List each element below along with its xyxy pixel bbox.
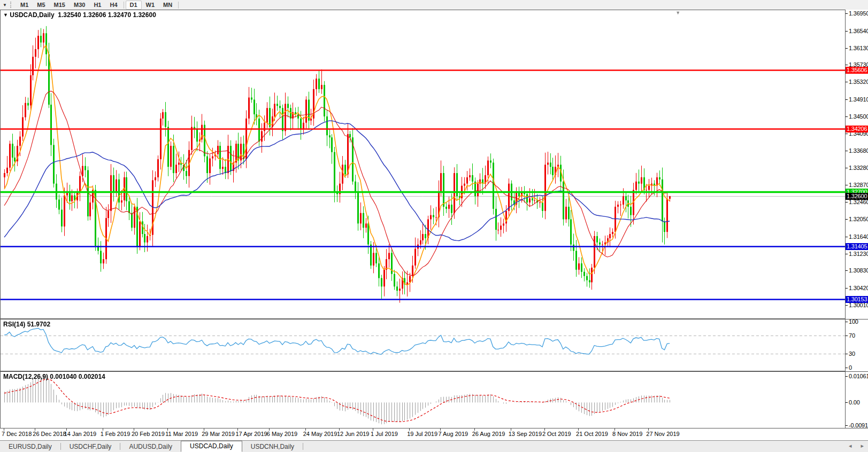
time-tick-label: 2 Oct 2019 — [542, 431, 571, 437]
chart-shift-marker-icon[interactable]: ▼ — [675, 10, 680, 15]
axis-tick-text: 1.33280 — [849, 165, 868, 172]
macd-tick: 0.00 — [846, 399, 868, 406]
axis-tick-mark — [846, 368, 848, 368]
axis-tick-mark — [846, 288, 848, 289]
price-tick: 1.32870 — [846, 182, 868, 189]
axis-tick-mark — [846, 305, 848, 306]
rsi-canvas[interactable] — [1, 319, 845, 371]
time-tick-label: 27 Nov 2019 — [646, 431, 679, 437]
axis-tick-text: 1.30010 — [849, 302, 868, 309]
timeframe-button-mn[interactable]: MN — [159, 1, 176, 10]
axis-tick-mark — [846, 116, 848, 117]
axis-tick-mark — [846, 270, 848, 271]
rsi-tick: 0 — [846, 364, 868, 371]
price-axis[interactable]: 1.369501.365401.361301.357301.353201.349… — [846, 10, 868, 428]
timeframe-button-m1[interactable]: M1 — [16, 1, 33, 10]
chart-tab-audusd[interactable]: AUDUSD,Daily — [120, 441, 181, 452]
axis-tick-mark — [846, 322, 848, 322]
macd-canvas[interactable] — [1, 372, 845, 428]
timeframe-toolbar: ▼ M1M5M15M30H1H4D1W1MN — [0, 0, 868, 10]
axis-tick-text: 0 — [849, 364, 852, 371]
tab-scroll-right-icon[interactable]: ▸ — [861, 442, 864, 449]
axis-tick-mark — [846, 425, 848, 426]
price-chart-pane[interactable]: ▼ USDCAD,Daily 1.32540 1.32606 1.32470 1… — [0, 10, 846, 319]
tab-scroll-left-icon[interactable]: ◂ — [849, 442, 852, 449]
axis-tick-mark — [846, 202, 848, 202]
rsi-tick: 70 — [846, 332, 868, 339]
axis-tick-text: 1.36950 — [849, 10, 868, 17]
chart-title: ▼ USDCAD,Daily 1.32540 1.32606 1.32470 1… — [3, 11, 156, 19]
time-tick-label: 7 Dec 2018 — [2, 431, 32, 437]
timeframe-button-m30[interactable]: M30 — [70, 1, 89, 10]
macd-indicator-pane[interactable]: MACD(12,26,9) 0.001040 0.002014 — [0, 371, 846, 428]
axis-tick-mark — [846, 82, 848, 82]
time-tick-label: 20 Feb 2019 — [132, 431, 165, 437]
axis-tick-text: 30 — [849, 350, 855, 357]
axis-tick-text: 1.34910 — [849, 96, 868, 103]
axis-tick-mark — [846, 65, 848, 65]
chart-title-ohlc: 1.32540 1.32606 1.32470 1.32600 — [58, 11, 156, 19]
axis-tick-text: 0.00 — [849, 399, 860, 406]
axis-pane-divider — [846, 371, 868, 372]
axis-tick-text: 1.32050 — [849, 216, 868, 223]
price-tick: 1.34500 — [846, 113, 868, 120]
time-tick-label: 1 Jul 2019 — [371, 431, 398, 437]
price-tick: 1.35320 — [846, 79, 868, 85]
time-tick-label: 12 Jun 2019 — [337, 431, 370, 437]
time-axis[interactable]: 7 Dec 201826 Dec 201814 Jan 20191 Feb 20… — [0, 428, 868, 440]
macd-tick: 0.010615 — [846, 373, 868, 380]
candlestick-canvas[interactable] — [1, 10, 845, 318]
axis-tick-mark — [846, 134, 848, 134]
axis-tick-text: 1.35320 — [849, 79, 868, 85]
price-badge: 1.31405 — [846, 243, 868, 250]
time-tick-label: 6 May 2019 — [267, 431, 297, 437]
toolbar-separator — [178, 2, 179, 9]
time-tick-label: 26 Dec 2018 — [33, 431, 66, 437]
price-tick: 1.31640 — [846, 233, 868, 240]
timeframe-button-w1[interactable]: W1 — [142, 1, 159, 10]
axis-tick-mark — [846, 354, 848, 354]
time-tick-label: 24 May 2019 — [303, 431, 337, 437]
chart-tab-usdcnh[interactable]: USDCNH,Daily — [242, 441, 303, 452]
chart-dropdown-icon[interactable]: ▼ — [0, 1, 10, 9]
timeframe-button-m5[interactable]: M5 — [33, 1, 49, 10]
axis-tick-text: 1.34500 — [849, 113, 868, 120]
axis-tick-text: 1.31640 — [849, 233, 868, 240]
axis-tick-text: 1.36130 — [849, 45, 868, 52]
axis-tick-mark — [846, 168, 848, 168]
price-tick: 1.33680 — [846, 147, 868, 154]
timeframe-button-h4[interactable]: H4 — [105, 1, 121, 10]
axis-tick-mark — [846, 237, 848, 237]
axis-tick-mark — [846, 99, 848, 100]
price-tick: 1.36130 — [846, 45, 868, 52]
axis-tick-text: 1.31230 — [849, 251, 868, 258]
collapse-triangle-icon[interactable]: ▼ — [3, 12, 8, 18]
axis-tick-text: 1.36540 — [849, 28, 868, 35]
price-tick: 1.36540 — [846, 28, 868, 35]
axis-tick-mark — [846, 151, 848, 151]
timeframe-button-m15[interactable]: M15 — [50, 1, 70, 10]
timeframe-button-d1[interactable]: D1 — [126, 1, 142, 10]
tab-scroll-arrows: ◂ ▸ — [841, 442, 864, 449]
price-tick: 1.34910 — [846, 96, 868, 103]
timeframe-button-h1[interactable]: H1 — [89, 1, 105, 10]
rsi-indicator-pane[interactable]: RSI(14) 51.9702 — [0, 319, 846, 371]
tab-separator — [303, 443, 303, 450]
trading-terminal-window: ▼ M1M5M15M30H1H4D1W1MN ▼ USDCAD,Daily 1.… — [0, 0, 868, 452]
toolbar-grip-handle[interactable] — [10, 2, 14, 8]
axis-tick-mark — [846, 402, 848, 403]
time-tick-label: 17 Apr 2019 — [235, 431, 267, 437]
axis-tick-text: 0.010615 — [849, 373, 868, 380]
macd-label: MACD(12,26,9) 0.001040 0.002014 — [3, 373, 105, 380]
rsi-label: RSI(14) 51.9702 — [3, 321, 50, 328]
price-tick: 1.31230 — [846, 251, 868, 258]
price-tick: 1.30830 — [846, 267, 868, 274]
chart-tab-usdcad[interactable]: USDCAD,Daily — [181, 441, 242, 452]
price-badge: 1.35606 — [846, 67, 868, 74]
chart-tab-usdchf[interactable]: USDCHF,Daily — [61, 441, 120, 452]
chart-tab-eurusd[interactable]: EURUSD,Daily — [0, 441, 60, 452]
time-tick-label: 19 Jul 2019 — [407, 431, 437, 437]
axis-tick-text: 70 — [849, 332, 855, 339]
toolbar-separator — [124, 2, 124, 9]
axis-pane-divider — [846, 319, 868, 319]
